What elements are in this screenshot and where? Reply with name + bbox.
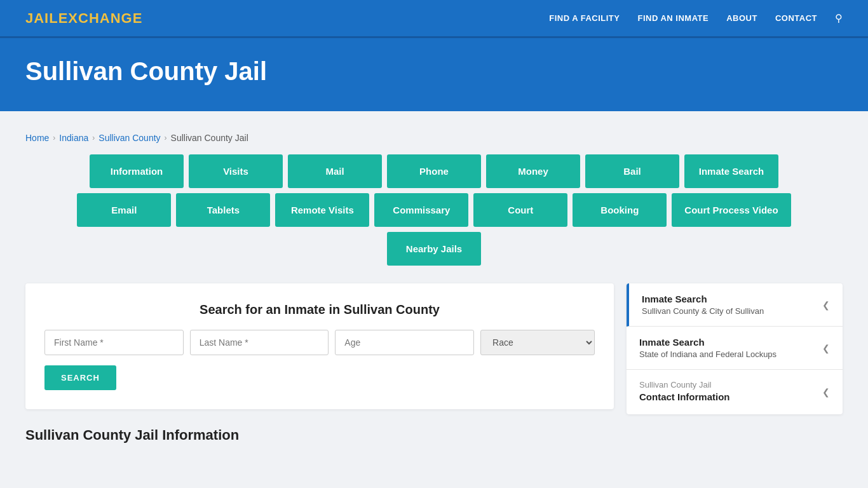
- btn-booking[interactable]: Booking: [573, 193, 667, 227]
- search-button[interactable]: SEARCH: [44, 365, 116, 390]
- search-icon[interactable]: ⚲: [835, 12, 843, 24]
- breadcrumb-home[interactable]: Home: [25, 133, 49, 143]
- btn-remote-visits[interactable]: Remote Visits: [275, 193, 369, 227]
- main-bottom: Search for an Inmate in Sullivan County …: [25, 283, 843, 414]
- sidebar-item-text-1: Inmate Search Sullivan County & City of …: [642, 294, 764, 316]
- btn-phone[interactable]: Phone: [387, 154, 481, 188]
- buttons-row-1: Information Visits Mail Phone Money Bail…: [90, 154, 778, 188]
- sidebar-item-inmate-search-local[interactable]: Inmate Search Sullivan County & City of …: [627, 283, 843, 327]
- btn-bail[interactable]: Bail: [585, 154, 679, 188]
- btn-visits[interactable]: Visits: [189, 154, 283, 188]
- chevron-down-icon-3: ❮: [822, 387, 830, 397]
- breadcrumb-sep-3: ›: [165, 133, 167, 142]
- btn-mail[interactable]: Mail: [288, 154, 382, 188]
- first-name-input[interactable]: [44, 330, 184, 355]
- nav-contact[interactable]: CONTACT: [775, 13, 817, 23]
- sidebar-item-inmate-search-state[interactable]: Inmate Search State of Indiana and Feder…: [627, 327, 843, 370]
- sidebar-item-contact-info[interactable]: Sullivan County Jail Contact Information…: [627, 370, 843, 414]
- sidebar-item-text-2: Inmate Search State of Indiana and Feder…: [639, 337, 776, 359]
- btn-court[interactable]: Court: [473, 193, 567, 227]
- btn-commissary[interactable]: Commissary: [374, 193, 468, 227]
- btn-money[interactable]: Money: [486, 154, 580, 188]
- inmate-search-panel: Search for an Inmate in Sullivan County …: [25, 283, 614, 409]
- breadcrumb: Home › Indiana › Sullivan County › Sulli…: [25, 124, 843, 154]
- nav-about[interactable]: ABOUT: [726, 13, 757, 23]
- btn-tablets[interactable]: Tablets: [176, 193, 270, 227]
- site-header: JAILEXCHANGE FIND A FACILITY FIND AN INM…: [0, 0, 868, 38]
- sidebar-item-heading-3: Contact Information: [639, 391, 730, 402]
- sidebar-item-heading-2: Inmate Search: [639, 337, 776, 348]
- section-bottom-heading: Sullivan County Jail Information: [25, 427, 843, 444]
- btn-inmate-search[interactable]: Inmate Search: [684, 154, 778, 188]
- logo-exchange: EXCHANGE: [58, 10, 143, 26]
- btn-nearby-jails[interactable]: Nearby Jails: [387, 232, 481, 266]
- chevron-down-icon-2: ❮: [822, 343, 830, 353]
- search-fields: Race White Black Hispanic Asian Other: [44, 330, 595, 355]
- sidebar-item-heading-1: Inmate Search: [642, 294, 764, 304]
- sidebar-item-subheading-1: Sullivan County & City of Sullivan: [642, 306, 764, 316]
- breadcrumb-sep-2: ›: [92, 133, 95, 142]
- sidebar-item-subheading-3a: Sullivan County Jail: [639, 380, 730, 390]
- nav-find-facility[interactable]: FIND A FACILITY: [549, 13, 620, 23]
- btn-email[interactable]: Email: [77, 193, 171, 227]
- chevron-down-icon-1: ❮: [822, 300, 830, 310]
- race-select[interactable]: Race White Black Hispanic Asian Other: [480, 330, 595, 355]
- sidebar-item-text-3: Sullivan County Jail Contact Information: [639, 380, 730, 404]
- page-title: Sullivan County Jail: [25, 57, 843, 86]
- nav-find-inmate[interactable]: FIND AN INMATE: [637, 13, 709, 23]
- hero-section: Sullivan County Jail: [0, 38, 868, 111]
- btn-information[interactable]: Information: [90, 154, 184, 188]
- sidebar-item-subheading-2: State of Indiana and Federal Lockups: [639, 349, 776, 359]
- breadcrumb-sullivan-county[interactable]: Sullivan County: [98, 133, 160, 143]
- main-nav: FIND A FACILITY FIND AN INMATE ABOUT CON…: [549, 12, 843, 24]
- logo-jail: JAIL: [25, 10, 58, 26]
- btn-court-process-video[interactable]: Court Process Video: [672, 193, 790, 227]
- breadcrumb-sep-1: ›: [53, 133, 55, 142]
- site-logo[interactable]: JAILEXCHANGE: [25, 10, 142, 27]
- buttons-row-3: Nearby Jails: [387, 232, 481, 266]
- buttons-row-2: Email Tablets Remote Visits Commissary C…: [77, 193, 790, 227]
- breadcrumb-current: Sullivan County Jail: [171, 133, 248, 143]
- content-area: Home › Indiana › Sullivan County › Sulli…: [0, 111, 868, 463]
- last-name-input[interactable]: [190, 330, 329, 355]
- breadcrumb-indiana[interactable]: Indiana: [59, 133, 88, 143]
- search-panel-title: Search for an Inmate in Sullivan County: [44, 302, 595, 317]
- quick-links-section: Information Visits Mail Phone Money Bail…: [25, 154, 843, 266]
- section-bottom: Sullivan County Jail Information: [25, 427, 843, 444]
- age-input[interactable]: [335, 330, 474, 355]
- sidebar-panel: Inmate Search Sullivan County & City of …: [627, 283, 843, 414]
